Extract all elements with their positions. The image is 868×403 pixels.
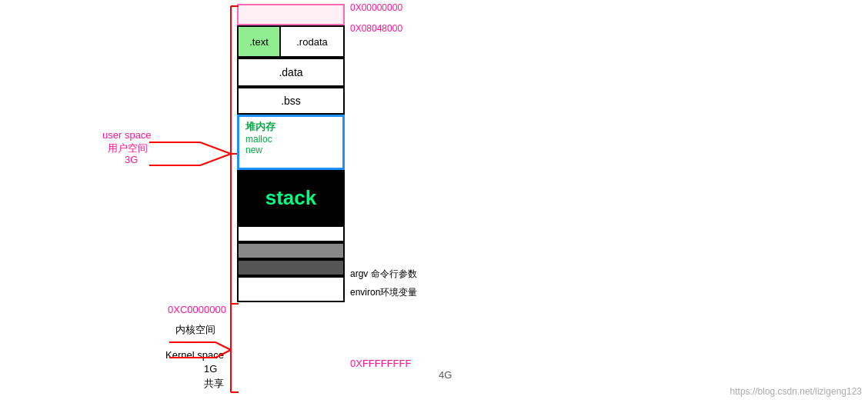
kernel-space-cn: 内核空间 xyxy=(175,323,215,337)
addr-kernel-start: 0XC0000000 xyxy=(168,304,226,315)
heap-label: 堆内存 xyxy=(245,120,275,134)
block-stack: stack xyxy=(237,170,345,225)
addr-top: 0X00000000 xyxy=(350,2,402,13)
block-heap: 堆内存 malloc new xyxy=(237,115,345,170)
user-size: 3G xyxy=(125,154,138,165)
data-label: .data xyxy=(279,66,302,78)
memory-diagram: .text .rodata .data .bss 堆内存 malloc new … xyxy=(0,0,868,403)
user-space-en: user space xyxy=(102,129,152,141)
block-environ xyxy=(237,242,345,259)
heap-malloc: malloc xyxy=(245,134,272,145)
heap-new: new xyxy=(245,145,262,155)
kernel-space-en: Kernel space xyxy=(165,349,224,361)
rodata-label: .rodata xyxy=(296,36,327,48)
svg-line-4 xyxy=(200,142,231,154)
block-data: .data xyxy=(237,58,345,87)
shared-label: 共享 xyxy=(204,377,224,391)
stack-label: stack xyxy=(265,186,317,210)
addr-second: 0X08048000 xyxy=(350,23,402,34)
kernel-size: 1G xyxy=(204,363,217,375)
block-text-rodata: .text .rodata xyxy=(237,25,345,58)
text-segment: .text xyxy=(239,27,281,56)
arrows-svg xyxy=(0,0,868,403)
svg-line-5 xyxy=(200,154,231,165)
bss-label: .bss xyxy=(281,95,301,107)
block-argv xyxy=(237,225,345,242)
text-label: .text xyxy=(249,36,269,48)
rodata-segment: .rodata xyxy=(281,27,343,56)
addr-bottom: 0XFFFFFFFF xyxy=(350,358,411,369)
block-kernel1 xyxy=(237,259,345,276)
argv-label: argv 命令行参数 xyxy=(350,268,417,281)
block-kernel2 xyxy=(237,276,345,302)
addr-4g: 4G xyxy=(439,369,452,381)
block-os-top xyxy=(237,4,345,25)
block-bss: .bss xyxy=(237,87,345,115)
watermark: https://blog.csdn.net/lizigeng123 xyxy=(730,386,862,397)
memory-map: .text .rodata .data .bss 堆内存 malloc new … xyxy=(237,4,345,302)
environ-label: environ环境变量 xyxy=(350,286,417,299)
